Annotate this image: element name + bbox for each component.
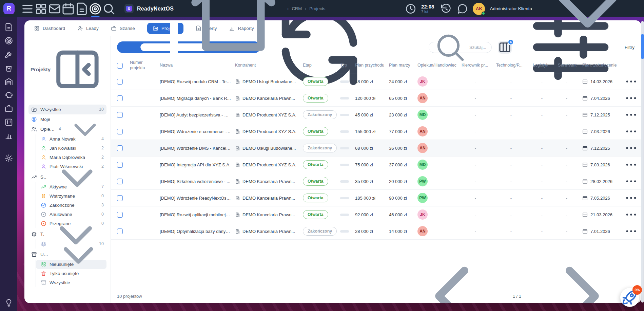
column-header[interactable]: Nazwa xyxy=(160,63,235,68)
owner-avatar[interactable]: AN xyxy=(417,143,428,153)
owner-avatar[interactable]: AN xyxy=(417,126,428,136)
cell-project-name[interactable]: [DEMO] Rozwój modułu CRM - Tec... xyxy=(160,79,235,84)
row-actions-button[interactable] xyxy=(624,158,638,171)
cell-project-name[interactable]: [DEMO] Migracja danych - Bank R... xyxy=(160,96,235,101)
column-header[interactable]: Numer projektu xyxy=(130,60,160,71)
app-logo[interactable]: R xyxy=(3,3,15,14)
cell-project-name[interactable]: [DEMO] Szkolenia wdrożeniowe - ... xyxy=(160,179,235,184)
row-checkbox[interactable] xyxy=(117,212,123,218)
calendar-icon[interactable] xyxy=(61,0,75,17)
user-avatar[interactable]: AK xyxy=(473,3,485,15)
onboarding-rocket-button[interactable]: 0% xyxy=(620,288,639,307)
cell-contractor[interactable]: DEMO Kancelaria Prawn... xyxy=(235,96,303,101)
chat-icon[interactable] xyxy=(456,3,468,15)
cell-project-name[interactable]: [DEMO] Rozwój aplikacji mobilnej -... xyxy=(160,212,235,217)
column-header[interactable]: Typ xyxy=(340,63,355,68)
cell-contractor[interactable]: DEMO Usługi Budowlane... xyxy=(235,146,303,151)
owner-avatar[interactable]: JK xyxy=(417,209,428,220)
row-checkbox[interactable] xyxy=(117,112,123,118)
rail-reports-icon[interactable] xyxy=(4,131,13,140)
rail-documents-icon[interactable] xyxy=(4,23,13,32)
column-header[interactable]: Plan marży xyxy=(389,63,417,68)
panel-collapse-icon[interactable] xyxy=(51,42,104,96)
row-actions-button[interactable] xyxy=(624,141,638,155)
column-header[interactable]: Plan przychodu xyxy=(355,63,389,68)
owner-avatar[interactable]: AN xyxy=(417,93,428,103)
history-icon[interactable] xyxy=(440,3,452,15)
row-checkbox[interactable] xyxy=(117,162,123,168)
column-header[interactable]: Logistyk xyxy=(533,63,558,68)
column-header[interactable]: Technolog/P... xyxy=(496,63,533,68)
owner-avatar[interactable]: JK xyxy=(417,76,428,87)
cell-contractor[interactable]: DEMO Producent XYZ S.A. xyxy=(235,162,303,167)
table-row[interactable]: [DEMO] Wdrożenie e-commerce - ...DEMO Pr… xyxy=(111,123,641,140)
row-actions-button[interactable] xyxy=(624,75,638,88)
row-actions-button[interactable] xyxy=(624,208,638,221)
search-icon[interactable] xyxy=(102,0,116,17)
sidebar-item-usuniete[interactable]: Usunięte xyxy=(28,250,106,259)
cell-contractor[interactable]: DEMO Producent XYZ S.A. xyxy=(235,112,303,117)
cell-contractor[interactable]: DEMO Producent XYZ S.A. xyxy=(235,129,303,134)
rail-service-icon[interactable] xyxy=(4,50,13,59)
cell-contractor[interactable]: DEMO Kancelaria Prawn... xyxy=(235,196,303,201)
sidebar-item-opiekun[interactable]: Opiekun/Handlowcy4 xyxy=(28,124,106,134)
next-page-button[interactable] xyxy=(531,245,633,303)
column-header[interactable]: Opiekun/Handlowiec xyxy=(417,63,462,68)
owner-avatar[interactable]: MD xyxy=(417,110,428,120)
owner-avatar[interactable]: PW xyxy=(417,193,428,203)
rail-warehouse-icon[interactable] xyxy=(4,77,13,86)
rail-settings-icon[interactable] xyxy=(4,154,13,163)
rail-crm-icon[interactable] xyxy=(4,36,13,45)
row-actions-button[interactable] xyxy=(624,108,638,122)
table-row[interactable]: [DEMO] Rozwój modułu CRM - Tec...DEMO Us… xyxy=(111,73,641,90)
table-row[interactable]: [DEMO] Optymalizacja bazy danyc...DEMO K… xyxy=(111,223,641,240)
column-header[interactable]: Kierownik pr... xyxy=(462,63,496,68)
cell-project-name[interactable]: [DEMO] Optymalizacja bazy danyc... xyxy=(160,229,235,234)
tab-leady[interactable]: Leady xyxy=(77,25,99,31)
mail-icon[interactable] xyxy=(48,0,61,17)
user-name[interactable]: Administrator Klienta xyxy=(490,6,532,11)
column-header[interactable]: Serwisant xyxy=(558,63,582,68)
row-actions-button[interactable] xyxy=(624,175,638,188)
row-actions-button[interactable] xyxy=(624,125,638,138)
row-checkbox[interactable] xyxy=(117,129,123,134)
breadcrumb-root[interactable]: CRM xyxy=(292,6,302,11)
row-checkbox[interactable] xyxy=(117,79,123,85)
owner-avatar[interactable]: MD xyxy=(417,160,428,170)
rail-help-icon[interactable] xyxy=(4,298,13,307)
sidebar-item-status[interactable]: Status xyxy=(28,172,106,182)
cell-contractor[interactable]: DEMO Kancelaria Prawn... xyxy=(235,179,303,184)
cell-project-name[interactable]: [DEMO] Wdrożenie e-commerce - ... xyxy=(160,129,235,134)
cell-project-name[interactable]: [DEMO] Integracja API dla XYZ S.A. xyxy=(160,162,235,167)
rail-finance-icon[interactable] xyxy=(4,91,13,99)
prev-page-button[interactable] xyxy=(401,245,503,303)
owner-avatar[interactable]: PW xyxy=(417,176,428,186)
table-row[interactable]: [DEMO] Audyt bezpieczeństwa - Fi...DEMO … xyxy=(111,107,641,123)
row-actions-button[interactable] xyxy=(624,91,638,105)
select-all-checkbox[interactable] xyxy=(117,63,123,69)
column-header[interactable]: Kontrahent xyxy=(235,63,303,68)
cell-project-name[interactable]: [DEMO] Wdrożenie ReadyNextOs ... xyxy=(160,196,235,201)
row-checkbox[interactable] xyxy=(117,195,123,201)
apps-icon[interactable] xyxy=(34,0,48,17)
table-row[interactable]: [DEMO] Szkolenia wdrożeniowe - ...DEMO K… xyxy=(111,173,641,190)
tab-dashboard[interactable]: Dashboard xyxy=(34,25,65,31)
cell-contractor[interactable]: DEMO Kancelaria Prawn... xyxy=(235,229,303,234)
row-actions-button[interactable] xyxy=(624,224,638,238)
user-menu-chevron-icon[interactable] xyxy=(537,0,639,60)
row-actions-button[interactable] xyxy=(624,191,638,205)
document-icon[interactable] xyxy=(75,0,89,17)
scrollbar-thumb[interactable] xyxy=(641,34,644,59)
menu-icon[interactable] xyxy=(21,0,34,17)
row-checkbox[interactable] xyxy=(117,179,123,184)
row-checkbox[interactable] xyxy=(117,145,123,151)
table-row[interactable]: [DEMO] Wdrożenie ReadyNextOs ...DEMO Kan… xyxy=(111,190,641,206)
column-header[interactable]: Etap xyxy=(303,63,340,68)
column-header[interactable]: Plan. zakończenie xyxy=(582,63,624,68)
rail-kanban-icon[interactable] xyxy=(4,118,13,127)
row-checkbox[interactable] xyxy=(117,228,123,234)
table-row[interactable]: [DEMO] Wdrożenie DMS - Kancela...DEMO Us… xyxy=(111,140,641,157)
breadcrumb-current[interactable]: Projects xyxy=(309,6,325,11)
row-checkbox[interactable] xyxy=(117,95,123,101)
owner-avatar[interactable]: AN xyxy=(417,226,428,236)
